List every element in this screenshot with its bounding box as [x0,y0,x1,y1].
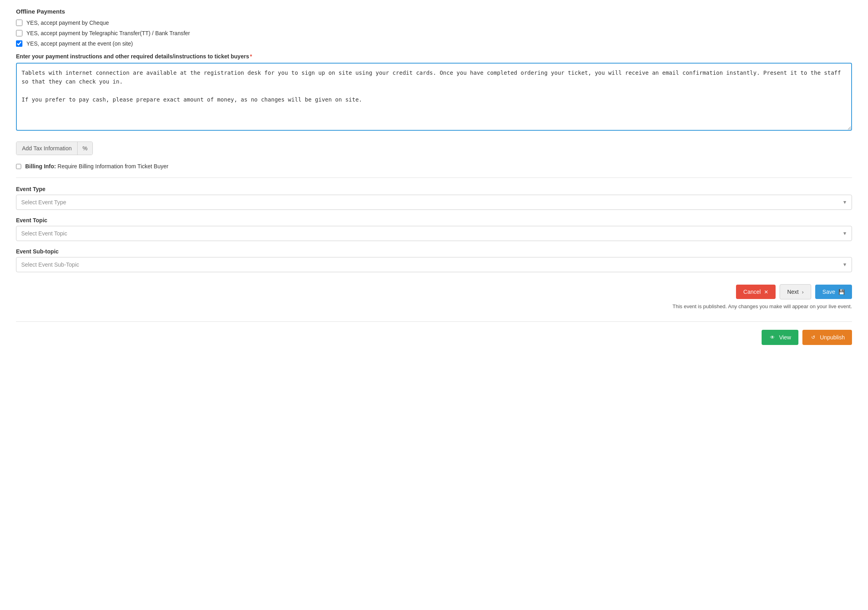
event-topic-group: Event Topic Select Event Topic ▼ [16,217,852,241]
add-tax-label: Add Tax Information [16,142,78,155]
section-divider [16,177,852,178]
action-buttons-row: Cancel ✕ Next › Save 💾 [16,284,852,299]
chevron-right-icon: › [802,289,804,295]
unpublish-icon: ↺ [810,334,817,341]
times-icon: ✕ [764,289,768,295]
cheque-label: YES, accept payment by Cheque [26,20,109,26]
event-subtopic-label: Event Sub-topic [16,248,852,255]
bank-transfer-checkbox[interactable] [16,30,22,36]
billing-label: Billing Info: Require Billing Informatio… [25,163,168,169]
view-label: View [779,334,791,341]
save-icon: 💾 [838,289,845,295]
event-subtopic-group: Event Sub-topic Select Event Sub-Topic ▼ [16,248,852,272]
required-indicator: * [250,53,252,60]
on-site-row: YES, accept payment at the event (on sit… [16,40,852,47]
percent-icon: % [78,142,92,155]
bottom-action-bar: 👁 View ↺ Unpublish [16,321,852,345]
event-subtopic-select-wrapper: Select Event Sub-Topic ▼ [16,257,852,272]
bank-transfer-row: YES, accept payment by Telegraphic Trans… [16,30,852,36]
cheque-checkbox[interactable] [16,20,22,26]
event-topic-select[interactable]: Select Event Topic [16,226,852,241]
add-tax-container: Add Tax Information % [16,132,852,163]
event-type-label: Event Type [16,186,852,192]
publish-note: This event is published. Any changes you… [16,303,852,309]
on-site-label: YES, accept payment at the event (on sit… [26,40,133,47]
event-type-group: Event Type Select Event Type ▼ [16,186,852,210]
save-button[interactable]: Save 💾 [815,285,852,299]
event-type-select[interactable]: Select Event Type [16,195,852,210]
save-label: Save [822,289,835,295]
cancel-button[interactable]: Cancel ✕ [736,285,776,299]
event-topic-label: Event Topic [16,217,852,223]
payment-instructions-label: Enter your payment instructions and othe… [16,53,852,60]
event-type-select-wrapper: Select Event Type ▼ [16,195,852,210]
cancel-label: Cancel [743,289,761,295]
offline-payments-section: Offline Payments YES, accept payment by … [16,8,852,47]
next-button[interactable]: Next › [780,284,811,299]
event-topic-select-wrapper: Select Event Topic ▼ [16,226,852,241]
unpublish-button[interactable]: ↺ Unpublish [802,330,852,345]
payment-instructions-textarea[interactable]: Tablets with internet connection are ava… [16,63,852,131]
cheque-row: YES, accept payment by Cheque [16,20,852,26]
eye-icon: 👁 [769,334,776,341]
billing-checkbox[interactable] [16,164,21,169]
on-site-checkbox[interactable] [16,40,22,47]
billing-info-row: Billing Info: Require Billing Informatio… [16,163,852,169]
view-button[interactable]: 👁 View [762,330,798,345]
add-tax-button[interactable]: Add Tax Information % [16,142,93,155]
offline-payments-title: Offline Payments [16,8,852,15]
next-label: Next [787,289,799,295]
event-subtopic-select[interactable]: Select Event Sub-Topic [16,257,852,272]
bank-transfer-label: YES, accept payment by Telegraphic Trans… [26,30,190,36]
unpublish-label: Unpublish [820,334,845,341]
